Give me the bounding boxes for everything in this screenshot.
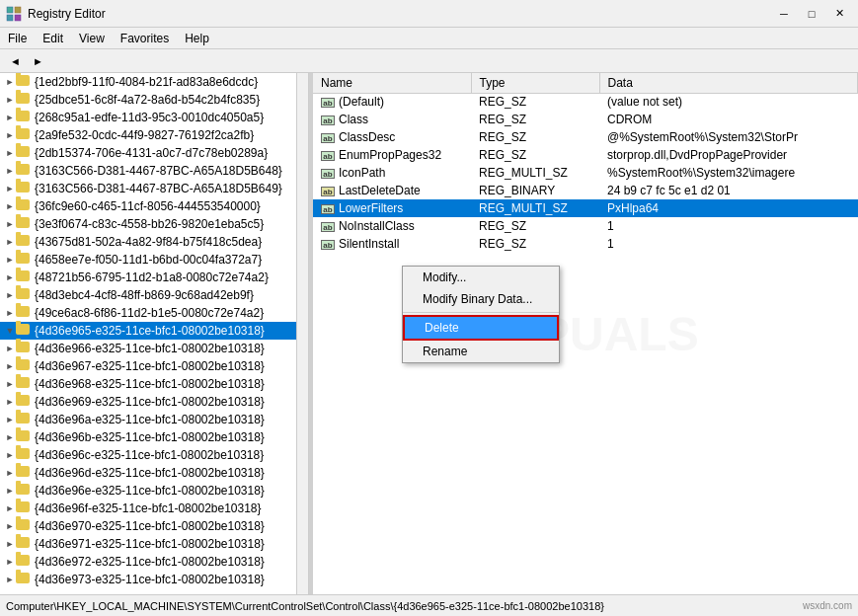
registry-data-cell: storprop.dll,DvdPropPageProvider [599, 146, 858, 164]
registry-name-cell: ab(Default) [313, 93, 471, 111]
menu-help[interactable]: Help [177, 28, 217, 48]
tree-item[interactable]: ►{3163C566-D381-4467-87BC-A65A18D5B649} [0, 180, 308, 197]
tree-item-label: {4d36e970-e325-11ce-bfc1-08002be10318} [35, 519, 265, 533]
folder-icon [16, 359, 32, 373]
table-row[interactable]: abIconPathREG_MULTI_SZ%SystemRoot%\Syste… [313, 164, 858, 182]
tree-item-label: {1ed2bbf9-11f0-4084-b21f-ad83a8e6dcdc} [35, 75, 258, 89]
type-icon: ab [321, 240, 335, 250]
context-menu-separator [403, 312, 559, 313]
tree-item[interactable]: ►{4d36e96b-e325-11ce-bfc1-08002be10318} [0, 428, 308, 446]
tree-item-label: {25dbce51-6c8f-4a72-8a6d-b54c2b4fc835} [35, 93, 260, 107]
tree-item[interactable]: ►{4d36e967-e325-11ce-bfc1-08002be10318} [0, 357, 308, 375]
wsxdn-label: wsxdn.com [803, 600, 852, 611]
menu-file[interactable]: File [0, 28, 35, 48]
folder-icon [16, 430, 32, 444]
registry-type-cell: REG_MULTI_SZ [471, 199, 599, 217]
main-content: ►{1ed2bbf9-11f0-4084-b21f-ad83a8e6dcdc}►… [0, 73, 858, 594]
folder-icon [16, 288, 32, 302]
tree-item[interactable]: ►{48d3ebc4-4cf8-48ff-b869-9c68ad42eb9f} [0, 286, 308, 304]
tree-item-label: {4d36e96e-e325-11ce-bfc1-08002be10318} [35, 484, 265, 498]
back-button[interactable]: ◄ [4, 51, 27, 71]
tree-expand-icon: ► [4, 289, 16, 301]
tree-item-label: {48721b56-6795-11d2-b1a8-0080c72e74a2} [35, 270, 269, 284]
table-row[interactable]: abClassREG_SZCDROM [313, 111, 858, 128]
table-row[interactable]: abLastDeleteDateREG_BINARY24 b9 c7 fc 5c… [313, 182, 858, 199]
tree-item[interactable]: ►{49ce6ac8-6f86-11d2-b1e5-0080c72e74a2} [0, 304, 308, 322]
tree-item[interactable]: ►{4658ee7e-f050-11d1-b6bd-00c04fa372a7} [0, 251, 308, 269]
tree-item[interactable]: ▼{4d36e965-e325-11ce-bfc1-08002be10318} [0, 322, 308, 340]
table-row[interactable]: ab(Default)REG_SZ(value not set) [313, 93, 858, 111]
tree-item[interactable]: ►{3163C566-D381-4467-87BC-A65A18D5B648} [0, 162, 308, 180]
tree-expand-icon: ► [4, 129, 16, 141]
tree-expand-icon: ► [4, 112, 16, 123]
tree-item[interactable]: ►{2db15374-706e-4131-a0c7-d7c78eb0289a} [0, 144, 308, 162]
tree-item[interactable]: ►{4d36e969-e325-11ce-bfc1-08002be10318} [0, 393, 308, 411]
tree-item[interactable]: ►{25dbce51-6c8f-4a72-8a6d-b54c2b4fc835} [0, 91, 308, 109]
folder-icon [16, 199, 32, 213]
title-bar: Registry Editor ─ □ ✕ [0, 0, 858, 28]
tree-item[interactable]: ►{268c95a1-edfe-11d3-95c3-0010dc4050a5} [0, 109, 308, 126]
tree-item[interactable]: ►{4d36e966-e325-11ce-bfc1-08002be10318} [0, 340, 308, 357]
table-row[interactable]: abSilentInstallREG_SZ1 [313, 235, 858, 253]
minimize-button[interactable]: ─ [771, 4, 797, 24]
table-row[interactable]: abEnumPropPages32REG_SZstorprop.dll,DvdP… [313, 146, 858, 164]
registry-type-cell: REG_SZ [471, 93, 599, 111]
col-name[interactable]: Name [313, 73, 471, 93]
tree-item[interactable]: ►{4d36e973-e325-11ce-bfc1-08002be10318} [0, 571, 308, 588]
tree-item[interactable]: ►{4d36e96e-e325-11ce-bfc1-08002be10318} [0, 482, 308, 500]
tree-item[interactable]: ►{4d36e971-e325-11ce-bfc1-08002be10318} [0, 535, 308, 553]
table-row[interactable]: abLowerFiltersREG_MULTI_SZPxHlpa64 [313, 199, 858, 217]
tree-expand-icon: ► [4, 200, 16, 212]
table-row[interactable]: abClassDescREG_SZ@%SystemRoot%\System32\… [313, 128, 858, 146]
tree-item[interactable]: ►{2a9fe532-0cdc-44f9-9827-76192f2ca2fb} [0, 126, 308, 144]
tree-expand-icon: ► [4, 147, 16, 159]
registry-name-cell: abEnumPropPages32 [313, 146, 471, 164]
type-icon: ab [321, 116, 335, 125]
tree-item[interactable]: ►{43675d81-502a-4a82-9f84-b75f418c5dea} [0, 233, 308, 251]
registry-data-cell: CDROM [599, 111, 858, 128]
tree-item[interactable]: ►{4d36e96a-e325-11ce-bfc1-08002be10318} [0, 411, 308, 428]
folder-icon [16, 270, 32, 284]
registry-data-cell: PxHlpa64 [599, 199, 858, 217]
forward-button[interactable]: ► [27, 51, 49, 71]
tree-item[interactable]: ►{1ed2bbf9-11f0-4084-b21f-ad83a8e6dcdc} [0, 73, 308, 91]
tree-expand-icon: ► [4, 236, 16, 248]
folder-icon [16, 93, 32, 107]
tree-item[interactable]: ►{4d36e96d-e325-11ce-bfc1-08002be10318} [0, 464, 308, 482]
tree-expand-icon: ► [4, 449, 16, 461]
title-bar-icon [6, 6, 22, 22]
context-menu-modify-binary[interactable]: Modify Binary Data... [403, 288, 559, 310]
folder-icon [16, 519, 32, 533]
context-menu-delete[interactable]: Delete [403, 315, 559, 341]
toolbar: ◄ ► [0, 49, 858, 73]
tree-item[interactable]: ►{4d36e972-e325-11ce-bfc1-08002be10318} [0, 553, 308, 571]
folder-icon [16, 146, 32, 160]
tree-panel[interactable]: ►{1ed2bbf9-11f0-4084-b21f-ad83a8e6dcdc}►… [0, 73, 309, 594]
menu-edit[interactable]: Edit [35, 28, 71, 48]
menu-favorites[interactable]: Favorites [113, 28, 177, 48]
tree-item[interactable]: ►{4d36e96c-e325-11ce-bfc1-08002be10318} [0, 446, 308, 464]
tree-item[interactable]: ►{4d36e968-e325-11ce-bfc1-08002be10318} [0, 375, 308, 393]
tree-item[interactable]: ►{4d36e970-e325-11ce-bfc1-08002be10318} [0, 517, 308, 535]
tree-item[interactable]: ►{4d36e96f-e325-11ce-bfc1-08002be10318} [0, 500, 308, 517]
tree-item-label: {3163C566-D381-4467-87BC-A65A18D5B648} [35, 164, 282, 178]
col-type[interactable]: Type [471, 73, 599, 93]
tree-item-label: {3e3f0674-c83c-4558-bb26-9820e1eba5c5} [35, 217, 264, 231]
close-button[interactable]: ✕ [826, 4, 852, 24]
table-row[interactable]: abNoInstallClassREG_SZ1 [313, 217, 858, 235]
tree-item[interactable]: ►{48721b56-6795-11d2-b1a8-0080c72e74a2} [0, 269, 308, 286]
menu-view[interactable]: View [71, 28, 113, 48]
folder-icon [16, 217, 32, 231]
tree-expand-icon: ▼ [4, 325, 16, 337]
maximize-button[interactable]: □ [799, 4, 824, 24]
tree-expand-icon: ► [4, 307, 16, 319]
context-menu-rename[interactable]: Rename [403, 341, 559, 362]
tree-expand-icon: ► [4, 485, 16, 497]
tree-item[interactable]: ►{3e3f0674-c83c-4558-bb26-9820e1eba5c5} [0, 215, 308, 233]
tree-item[interactable]: ►{36fc9e60-c465-11cf-8056-444553540000} [0, 197, 308, 215]
tree-expand-icon: ► [4, 343, 16, 354]
context-menu-modify[interactable]: Modify... [403, 267, 559, 288]
folder-icon [16, 253, 32, 267]
tree-item-label: {4d36e966-e325-11ce-bfc1-08002be10318} [35, 342, 265, 355]
col-data[interactable]: Data [599, 73, 858, 93]
